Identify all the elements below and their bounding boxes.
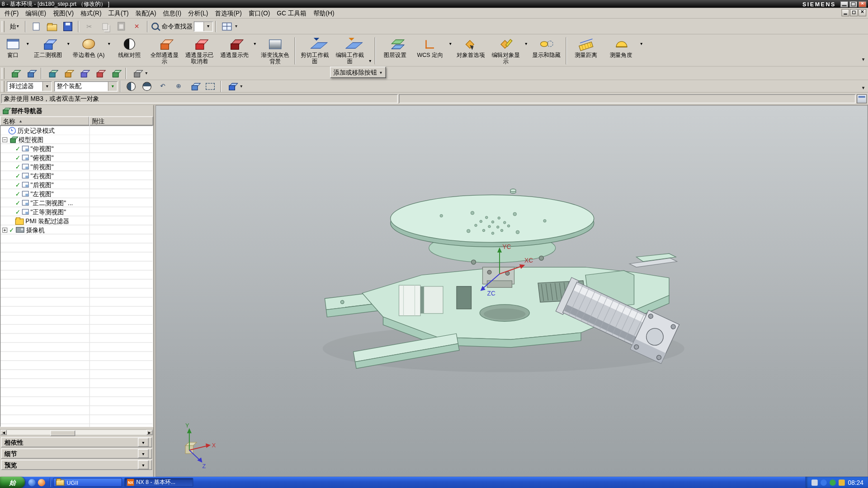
measure-angle-button[interactable]: 测量角度 [604,36,639,58]
tree-item-bottom-view[interactable]: "仰视图" [0,144,152,153]
tree-item-isometric-view[interactable]: "正等测视图" [0,207,152,216]
chevron-down-icon[interactable] [138,438,149,447]
menu-information[interactable]: 信息(I) [160,8,184,18]
menu-view[interactable]: 视图(V) [50,8,77,18]
see-thru-unshaded-button[interactable]: 通透显示已取消着 [182,36,217,65]
selection-filter-combo[interactable]: 择过滤器 [7,81,52,91]
selection-undo-button[interactable] [156,80,170,93]
selection-scope-combo[interactable]: 整个装配 [54,81,118,91]
see-thru-shell-button[interactable]: 通透显示壳 [217,36,252,58]
clip-section-button[interactable]: 剪切工作截面 [297,36,333,65]
chevron-down-icon[interactable] [145,70,148,75]
collapse-icon[interactable] [2,137,7,142]
menu-gc-toolbox[interactable]: GC 工具箱 [274,8,310,18]
add-component-button[interactable] [45,66,60,80]
tree-item-trimetric-view[interactable]: "正二测视图" ... [0,198,152,207]
tree-item-left-view[interactable]: "左视图" [0,189,152,198]
toolbar-overflow-button[interactable] [862,56,865,62]
child-restore-button[interactable] [850,9,858,16]
graphics-window[interactable]: YC XC ZC Y X Z [156,105,868,477]
tree-item-pmi-filter[interactable]: PMI 装配过滤器 [0,216,152,225]
close-button[interactable] [859,1,867,7]
object-preferences-button[interactable]: 对象首选项 [453,36,489,58]
chevron-down-icon[interactable] [106,36,112,66]
scrollbar-thumb[interactable] [50,431,75,436]
tree-item-model-views[interactable]: 模型视图 [0,135,152,144]
menu-format[interactable]: 格式(R) [77,8,105,18]
exploded-views-button[interactable] [108,66,123,80]
preview-panel[interactable]: 预览 [1,460,152,470]
chevron-down-icon[interactable] [108,82,117,91]
menu-preferences[interactable]: 首选项(P) [212,8,245,18]
tree-item-right-view[interactable]: "右视图" [0,171,152,180]
toolbar-grip[interactable] [2,67,5,79]
view-layout-button[interactable] [219,19,234,33]
tree-item-history-mode[interactable]: 历史记录模式 [0,126,152,135]
scroll-right-arrow[interactable]: ▶ [146,430,153,435]
open-component-button[interactable] [23,66,38,80]
update-icon[interactable] [821,479,827,486]
command-finder-button[interactable]: 命令查找器 [151,19,193,33]
create-new-component-button[interactable] [61,66,75,80]
chevron-down-icon[interactable] [25,36,31,66]
chevron-down-icon[interactable] [66,36,71,66]
tree-item-front-view[interactable]: "前视图" [0,162,152,171]
start-button[interactable]: 始 [0,477,25,488]
toolbar-grip[interactable] [2,80,5,92]
cut-button[interactable] [82,19,97,33]
chevron-down-icon[interactable] [524,36,529,66]
toolbar-grip[interactable] [2,21,5,32]
enable-snap-button[interactable] [140,80,155,93]
dependencies-panel[interactable]: 相依性 [1,437,152,448]
nx-tray-icon[interactable] [830,479,836,486]
tree-item-back-view[interactable]: "后视图" [0,180,152,189]
volume-icon[interactable] [839,479,845,486]
cue-display-icon[interactable] [857,94,867,103]
chevron-down-icon[interactable] [252,36,258,66]
start-menu-button[interactable]: 始 [7,19,22,33]
menu-help[interactable]: 帮助(H) [310,8,338,18]
chevron-down-icon[interactable] [42,82,52,91]
save-button[interactable] [61,19,75,33]
snap-point-button[interactable] [124,80,139,93]
chevron-down-icon[interactable] [138,460,149,469]
column-name[interactable]: 名称 [0,117,90,126]
menu-window[interactable]: 窗口(O) [245,8,273,18]
paste-button[interactable] [113,19,128,33]
copy-button[interactable] [98,19,113,33]
window-button[interactable]: 窗口 [1,36,25,58]
chevron-down-icon[interactable] [448,36,453,66]
chevron-down-icon[interactable] [138,449,149,458]
task-button-ugii[interactable]: UGII [53,478,123,487]
show-hide-button[interactable]: 显示和隐藏 [529,36,564,58]
assembly-sequence-button[interactable] [129,66,144,80]
toolbar-options-chevron[interactable] [368,36,373,66]
open-button[interactable] [45,19,60,33]
chevron-down-icon[interactable] [639,36,645,66]
expand-icon[interactable] [2,227,7,232]
details-panel[interactable]: 细节 [1,449,152,459]
horizontal-scrollbar[interactable]: ◀ ▶ [0,429,153,436]
gradient-background-button[interactable]: 渐变浅灰色背景 [258,36,293,65]
trimetric-view-button[interactable]: 正二测视图 [31,36,66,58]
tree-item-top-view[interactable]: "俯视图" [0,153,152,162]
selection-bar-overflow-button[interactable] [862,85,865,91]
assembly-constraints-button[interactable] [92,66,107,80]
child-minimize-button[interactable] [841,9,849,16]
edit-section-button[interactable]: 编辑工作截面 [332,36,368,65]
ime-icon[interactable] [812,479,818,486]
menu-edit[interactable]: 编辑(E) [22,8,50,18]
minimize-button[interactable] [840,1,849,7]
task-button-nx[interactable]: NX 8 - 基本环... [124,478,193,487]
measure-distance-button[interactable]: 测量距离 [569,36,604,58]
find-component-button[interactable] [7,66,22,80]
move-component-button[interactable] [76,66,91,80]
delete-button[interactable] [129,19,144,33]
menu-analysis[interactable]: 分析(L) [184,8,211,18]
column-note[interactable]: 附注 [90,117,153,126]
chevron-down-icon[interactable] [235,24,238,29]
browser-icon[interactable] [38,479,45,486]
highlight-button[interactable] [187,80,202,93]
layer-settings-button[interactable]: 图层设置 [377,36,413,58]
marquee-select-button[interactable] [203,80,218,93]
